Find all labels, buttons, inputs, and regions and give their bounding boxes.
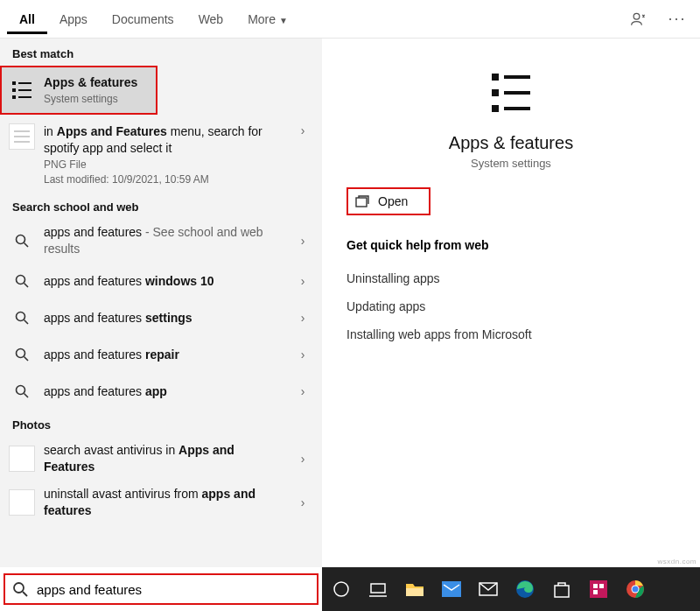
svg-point-13	[17, 349, 25, 358]
web-result-text: apps and features windows 10	[44, 273, 287, 290]
svg-point-15	[17, 386, 25, 395]
search-icon	[9, 268, 35, 294]
web-result-text: apps and features repair	[44, 347, 287, 363]
chevron-right-icon[interactable]: ›	[296, 495, 310, 509]
open-icon	[355, 195, 369, 207]
results-panel: Best match Apps & features System settin…	[0, 39, 322, 567]
tab-web[interactable]: Web	[186, 4, 236, 34]
chevron-right-icon[interactable]: ›	[296, 234, 310, 248]
mail-app-icon[interactable]	[441, 579, 462, 600]
preview-subtitle: System settings	[471, 157, 551, 170]
preview-panel: Apps & features System settings Open Get…	[322, 39, 700, 567]
svg-rect-20	[504, 91, 530, 95]
web-result-2[interactable]: apps and features windows 10 ›	[0, 263, 322, 299]
tab-apps[interactable]: Apps	[47, 4, 100, 34]
web-result-text: apps and features - See school and web r…	[44, 224, 287, 257]
result-png-file[interactable]: in Apps and Features menu, search for sp…	[0, 115, 322, 192]
result-apps-and-features[interactable]: Apps & features System settings	[0, 66, 158, 115]
search-icon	[9, 341, 35, 368]
svg-rect-5	[12, 95, 16, 99]
search-box[interactable]	[4, 573, 318, 605]
tab-more[interactable]: More▼	[235, 4, 300, 34]
feedback-icon[interactable]	[630, 11, 662, 28]
svg-rect-1	[12, 81, 16, 85]
svg-rect-2	[18, 82, 32, 84]
result-subtitle: System settings	[44, 92, 145, 106]
chrome-icon[interactable]	[625, 579, 646, 600]
more-options-icon[interactable]: ···	[662, 10, 693, 28]
svg-rect-23	[356, 198, 367, 207]
file-title: in Apps and Features menu, search for sp…	[44, 123, 287, 157]
tab-all[interactable]: All	[7, 4, 47, 34]
svg-line-14	[24, 357, 29, 362]
svg-point-40	[633, 586, 639, 593]
quick-help-heading: Get quick help from web	[346, 238, 676, 252]
photo-result-2[interactable]: uninstall avast antivirus from apps and …	[0, 481, 322, 524]
file-type: PNG File	[44, 158, 287, 172]
svg-rect-35	[593, 584, 598, 588]
svg-rect-19	[492, 89, 499, 96]
cortana-icon[interactable]	[331, 579, 352, 600]
svg-rect-3	[12, 88, 16, 92]
svg-line-12	[24, 320, 29, 325]
svg-rect-37	[593, 590, 598, 594]
file-modified: Last modified: 10/9/2021, 10:59 AM	[44, 172, 287, 186]
settings-list-icon	[9, 77, 35, 103]
web-result-3[interactable]: apps and features settings ›	[0, 299, 322, 336]
taskbar	[322, 567, 700, 611]
svg-rect-4	[18, 89, 32, 91]
filter-tabs: All Apps Documents Web More▼ ···	[0, 0, 700, 39]
search-bar	[0, 567, 322, 611]
svg-line-8	[24, 243, 29, 248]
quick-help-installing[interactable]: Installing web apps from Microsoft	[346, 320, 676, 348]
svg-rect-29	[406, 588, 424, 596]
chevron-down-icon: ▼	[279, 16, 288, 25]
section-search-web: Search school and web	[0, 192, 322, 219]
store-icon[interactable]	[551, 579, 572, 600]
svg-rect-6	[18, 96, 32, 98]
svg-rect-34	[590, 580, 607, 598]
photo-thumbnail-icon	[9, 446, 35, 472]
svg-rect-27	[371, 584, 385, 593]
svg-rect-36	[599, 584, 604, 588]
svg-rect-22	[504, 107, 530, 110]
svg-rect-18	[504, 75, 530, 79]
photo-result-text: search avast antivirus in Apps and Featu…	[44, 442, 287, 475]
preview-large-icon	[483, 65, 539, 121]
svg-point-0	[634, 13, 640, 19]
chevron-right-icon[interactable]: ›	[296, 384, 310, 398]
svg-rect-21	[492, 105, 499, 112]
svg-line-25	[23, 592, 27, 596]
open-button[interactable]: Open	[346, 187, 430, 215]
web-result-5[interactable]: apps and features app ›	[0, 373, 322, 410]
tab-documents[interactable]: Documents	[100, 4, 186, 34]
chevron-right-icon[interactable]: ›	[296, 452, 310, 466]
svg-point-26	[334, 582, 348, 596]
web-result-text: apps and features settings	[44, 310, 287, 327]
quick-help-uninstalling[interactable]: Uninstalling apps	[346, 264, 676, 292]
svg-line-16	[24, 394, 29, 398]
svg-rect-33	[555, 586, 569, 597]
task-view-icon[interactable]	[368, 579, 388, 600]
file-explorer-icon[interactable]	[404, 579, 425, 600]
chevron-right-icon[interactable]: ›	[296, 274, 310, 288]
web-result-1[interactable]: apps and features - See school and web r…	[0, 219, 322, 263]
open-label: Open	[378, 194, 408, 208]
svg-point-9	[17, 276, 25, 284]
search-icon	[9, 378, 35, 404]
search-icon	[12, 581, 28, 597]
mail-icon[interactable]	[478, 579, 499, 600]
photo-result-1[interactable]: search avast antivirus in Apps and Featu…	[0, 437, 322, 481]
web-result-4[interactable]: apps and features repair ›	[0, 336, 322, 373]
watermark: wsxdn.com	[657, 558, 696, 565]
search-input[interactable]	[35, 581, 310, 598]
app-icon[interactable]	[588, 579, 609, 600]
search-icon	[9, 305, 35, 331]
chevron-right-icon[interactable]: ›	[296, 348, 310, 362]
chevron-right-icon[interactable]: ›	[296, 311, 310, 325]
chevron-right-icon[interactable]: ›	[296, 123, 310, 137]
section-best-match: Best match	[0, 39, 322, 66]
quick-help-updating[interactable]: Updating apps	[346, 292, 676, 320]
file-thumbnail-icon	[9, 123, 35, 150]
edge-icon[interactable]	[514, 579, 536, 600]
